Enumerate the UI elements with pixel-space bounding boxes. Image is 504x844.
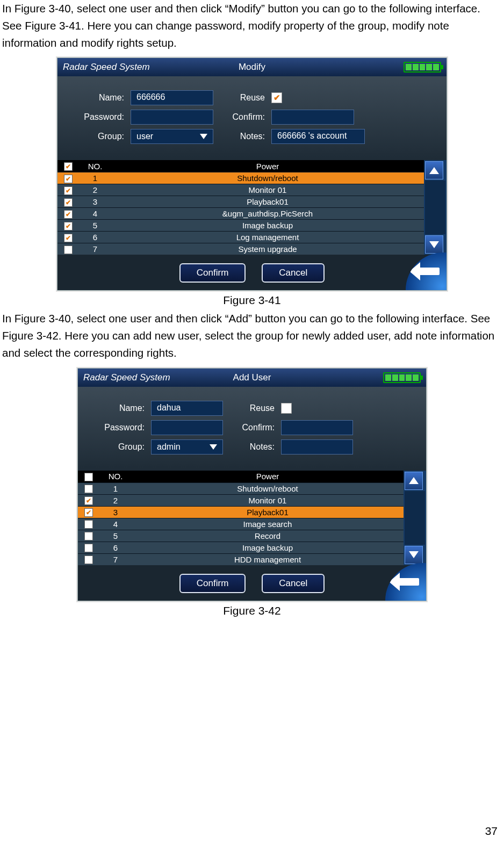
password-input[interactable] xyxy=(151,420,223,435)
back-button[interactable] xyxy=(406,253,447,290)
perm-no: 5 xyxy=(99,531,132,540)
perm-no: 1 xyxy=(79,174,111,183)
notes-input[interactable] xyxy=(281,439,353,455)
perm-checkbox[interactable]: ✔ xyxy=(84,496,93,505)
figure-3-41-caption: Figure 3-41 xyxy=(0,294,504,307)
scroll-column xyxy=(404,471,426,565)
scroll-down-button[interactable] xyxy=(405,546,423,564)
reuse-label: Reuse xyxy=(238,403,281,413)
col-power-header: Power xyxy=(111,162,424,171)
perm-checkbox[interactable]: ✔ xyxy=(64,186,73,195)
perm-checkbox[interactable]: ✔ xyxy=(84,520,93,529)
name-input[interactable]: dahua xyxy=(151,401,223,416)
perm-header-checkbox[interactable]: ✔ xyxy=(84,473,93,481)
perm-no: 5 xyxy=(79,221,111,230)
perm-header-row: ✔ NO. Power xyxy=(57,160,424,172)
perm-label: HDD management xyxy=(132,555,404,564)
col-no-header: NO. xyxy=(79,162,111,171)
perm-no: 3 xyxy=(99,508,132,517)
perm-label: Monitor 01 xyxy=(132,496,404,505)
perm-row[interactable]: ✔7System upgrade xyxy=(57,243,424,255)
perm-row[interactable]: ✔7HDD management xyxy=(78,553,404,565)
group-value: admin xyxy=(157,442,181,452)
perm-checkbox[interactable]: ✔ xyxy=(84,508,93,517)
perm-header-row: ✔ NO. Power xyxy=(78,471,404,482)
paragraph-modify: In Figure 3-40, select one user and then… xyxy=(0,0,504,51)
group-label: Group: xyxy=(76,132,131,141)
col-power-header: Power xyxy=(132,472,404,481)
cancel-button[interactable]: Cancel xyxy=(262,574,325,593)
perm-checkbox[interactable]: ✔ xyxy=(84,485,93,493)
confirm-input[interactable] xyxy=(271,110,354,125)
perm-label: Shutdown/reboot xyxy=(132,484,404,493)
name-label: Name: xyxy=(76,93,131,103)
perm-checkbox[interactable]: ✔ xyxy=(84,544,93,552)
paragraph-add: In Figure 3-40, select one user and then… xyxy=(0,310,504,361)
perm-row[interactable]: ✔3Playback01 xyxy=(57,196,424,207)
perm-header-checkbox[interactable]: ✔ xyxy=(64,162,73,171)
name-input[interactable]: 666666 xyxy=(131,90,213,105)
chevron-down-icon xyxy=(210,444,217,450)
perm-checkbox[interactable]: ✔ xyxy=(64,246,73,254)
perm-row[interactable]: ✔3Playback01 xyxy=(78,506,404,518)
reuse-label: Reuse xyxy=(228,93,271,103)
perm-row[interactable]: ✔2Monitor 01 xyxy=(78,494,404,506)
perm-no: 6 xyxy=(99,543,132,552)
perm-row[interactable]: ✔6Image backup xyxy=(78,542,404,553)
cancel-button[interactable]: Cancel xyxy=(262,263,325,283)
scroll-up-button[interactable] xyxy=(425,161,443,179)
scroll-track[interactable] xyxy=(425,181,445,234)
perm-checkbox[interactable]: ✔ xyxy=(64,198,73,207)
confirm-button[interactable]: Confirm xyxy=(179,263,246,283)
notes-input[interactable]: 666666 's account xyxy=(271,129,365,144)
footer-bar: Confirm Cancel xyxy=(78,565,426,601)
confirm-button[interactable]: Confirm xyxy=(179,574,246,593)
chevron-down-icon xyxy=(200,134,207,139)
perm-checkbox[interactable]: ✔ xyxy=(64,175,73,183)
perm-checkbox[interactable]: ✔ xyxy=(64,210,73,219)
group-select[interactable]: user xyxy=(131,129,213,144)
name-label: Name: xyxy=(96,403,151,413)
perm-row[interactable]: ✔1Shutdown/reboot xyxy=(78,482,404,494)
password-label: Password: xyxy=(96,423,151,432)
perm-row[interactable]: ✔6Log management xyxy=(57,231,424,243)
perm-row[interactable]: ✔2Monitor 01 xyxy=(57,184,424,196)
perm-checkbox[interactable]: ✔ xyxy=(84,556,93,564)
reuse-checkbox[interactable]: ✔ xyxy=(271,92,282,103)
mode-title: Add User xyxy=(233,372,271,383)
arrow-left-icon xyxy=(398,578,419,586)
group-select[interactable]: admin xyxy=(151,439,223,455)
perm-label: &ugm_authdisp.PicSerch xyxy=(111,209,424,218)
perm-no: 2 xyxy=(99,496,132,505)
back-button[interactable] xyxy=(385,563,426,601)
scroll-up-button[interactable] xyxy=(405,472,423,490)
figure-3-42: Radar Speed System Add User Name: dahua … xyxy=(77,368,427,601)
password-input[interactable] xyxy=(131,110,213,125)
form-panel: Name: dahua Reuse ✔ Password: Confirm: G… xyxy=(78,387,426,471)
perm-row[interactable]: ✔5Image backup xyxy=(57,219,424,231)
scroll-column xyxy=(424,160,447,255)
perm-label: Image backup xyxy=(132,543,404,552)
perm-row[interactable]: ✔4&ugm_authdisp.PicSerch xyxy=(57,207,424,219)
perm-checkbox[interactable]: ✔ xyxy=(84,532,93,540)
battery-icon xyxy=(404,62,441,73)
titlebar: Radar Speed System Add User xyxy=(78,369,426,387)
password-label: Password: xyxy=(76,112,131,122)
reuse-checkbox[interactable]: ✔ xyxy=(281,403,292,414)
system-title: Radar Speed System xyxy=(83,372,170,383)
scroll-down-button[interactable] xyxy=(425,235,443,254)
scroll-track[interactable] xyxy=(405,491,425,545)
perm-row[interactable]: ✔5Record xyxy=(78,530,404,542)
group-label: Group: xyxy=(96,442,151,452)
perm-row[interactable]: ✔1Shutdown/reboot xyxy=(57,172,424,184)
perm-no: 4 xyxy=(99,520,132,529)
perm-label: Shutdown/reboot xyxy=(111,174,424,183)
arrow-down-icon xyxy=(429,241,439,248)
perm-checkbox[interactable]: ✔ xyxy=(64,234,73,242)
col-no-header: NO. xyxy=(99,472,132,481)
confirm-input[interactable] xyxy=(281,420,353,435)
notes-label: Notes: xyxy=(238,442,281,452)
perm-row[interactable]: ✔4Image search xyxy=(78,518,404,530)
titlebar: Radar Speed System Modify xyxy=(57,58,447,76)
perm-checkbox[interactable]: ✔ xyxy=(64,222,73,230)
